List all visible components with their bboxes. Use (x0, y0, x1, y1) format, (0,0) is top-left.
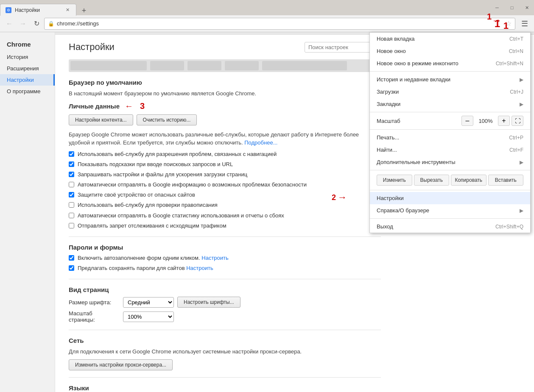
new-tab-button[interactable]: + (78, 6, 90, 15)
languages-section: Языки (69, 384, 381, 392)
divider-1 (69, 236, 381, 237)
menu-item-find[interactable]: Найти... Ctrl+F (370, 144, 530, 156)
content-settings-button[interactable]: Настройки контента... (69, 114, 133, 125)
personal-data-buttons: 4 ↗ Настройки контента... Очистить истор… (69, 114, 381, 125)
sidebar: Chrome История Расширения Настройки О пр… (0, 32, 55, 392)
edit-cut-button[interactable]: Вырезать (414, 175, 450, 186)
page-zoom-select[interactable]: 100% (123, 311, 174, 322)
settings-menu-item-wrapper: Настройки 2 → (370, 192, 530, 204)
chrome-menu-button[interactable]: ☰ (519, 18, 531, 30)
tab-bar: ⚙ Настройки ✕ + ─ □ ✕ (0, 0, 534, 15)
zoom-minus-button[interactable]: – (461, 116, 473, 126)
sidebar-item-history[interactable]: История (0, 51, 55, 63)
page-header: Настройки (69, 42, 381, 53)
checkbox-6[interactable] (69, 213, 74, 218)
edit-paste-button[interactable]: Вставить (488, 175, 524, 186)
personal-data-section: 3 Личные данные ← 3 4 ↗ (69, 101, 381, 230)
bookmark-star-icon[interactable]: ☆ (506, 19, 512, 28)
divider-4 (69, 377, 381, 378)
font-size-row: Размер шрифта: Средний Настроить шрифты.… (69, 297, 381, 308)
more-info-link[interactable]: Подробнее... (244, 139, 277, 146)
checkbox-3[interactable] (69, 182, 74, 187)
zoom-plus-button[interactable]: + (498, 116, 510, 126)
nav-bar: ← → ↻ 🔒 chrome://settings ☆ 1 → ☰ (0, 15, 534, 32)
menu-separator-3 (370, 129, 530, 130)
menu-item-exit[interactable]: Выход Ctrl+Shift+Q (370, 220, 530, 233)
edit-row: Изменить Вырезать Копировать Вставить (370, 172, 530, 188)
menu-item-print[interactable]: Печать... Ctrl+P (370, 131, 530, 144)
zoom-value: 100% (475, 118, 496, 124)
window-controls: ─ □ ✕ (490, 0, 534, 15)
divider-2 (69, 279, 381, 279)
chrome-dropdown-menu: Новая вкладка Ctrl+T Новое окно Ctrl+N Н… (369, 32, 531, 233)
divider-3 (69, 330, 381, 330)
network-section: Сеть Для подключения к сети Google Chrom… (69, 337, 381, 370)
menu-separator-6 (370, 218, 530, 219)
checkbox-1[interactable] (69, 161, 74, 167)
zoom-expand-button[interactable]: ⛶ (512, 116, 523, 126)
active-tab[interactable]: ⚙ Настройки ✕ (0, 4, 76, 16)
checkbox-row-6: Автоматически отправлять в Google статис… (69, 212, 381, 220)
personal-data-desc: Браузер Google Chrome может использовать… (69, 131, 381, 147)
menu-item-bookmarks[interactable]: Закладки ▶ (370, 98, 530, 110)
checkbox-5[interactable] (69, 202, 74, 208)
sidebar-item-extensions[interactable]: Расширения (0, 63, 55, 74)
passwords-configure-link[interactable]: Настроить (186, 265, 213, 271)
clear-history-button[interactable]: Очистить историю... (137, 114, 197, 125)
default-browser-section: Браузер по умолчанию В настоящий момент … (69, 79, 381, 98)
edit-copy-button[interactable]: Копировать (451, 175, 486, 186)
menu-item-settings[interactable]: Настройки (370, 192, 530, 204)
checkbox-row-3: Автоматически отправлять в Google информ… (69, 181, 381, 189)
save-passwords-checkbox[interactable] (69, 265, 74, 271)
autofill-checkbox[interactable] (69, 255, 74, 261)
font-size-label: Размер шрифта: (69, 299, 120, 306)
menu-item-new-window[interactable]: Новое окно Ctrl+N (370, 45, 530, 57)
autofill-configure-link[interactable]: Настроить (201, 255, 229, 261)
checkbox-7[interactable] (69, 223, 74, 228)
address-bar[interactable]: 🔒 chrome://settings ☆ (44, 18, 515, 30)
passwords-section: Пароли и формы Включить автозаполнение ф… (69, 244, 381, 272)
back-button[interactable]: ← (3, 18, 15, 30)
tab-title: Настройки (15, 7, 61, 13)
content-inner: Настройки Браузер по умолчанию В настоящ… (55, 35, 394, 392)
page-zoom-row: Масштаб страницы: 100% (69, 310, 381, 323)
minimize-button[interactable]: ─ (490, 3, 504, 13)
sidebar-item-about[interactable]: О программе (0, 86, 55, 97)
maximize-button[interactable]: □ (505, 3, 519, 13)
checkbox-row-0: Использовать веб-службу для разрешения п… (69, 150, 381, 158)
autofill-checkbox-row: Включить автозаполнение форм одним клико… (69, 254, 381, 262)
sidebar-item-settings[interactable]: Настройки (0, 74, 55, 86)
menu-item-new-tab[interactable]: Новая вкладка Ctrl+T (370, 33, 530, 45)
annotation-label-3-num: 3 (140, 101, 145, 111)
menu-separator-4 (370, 170, 530, 170)
annotation-1: 1 (487, 12, 492, 22)
checkbox-row-1: Показывать подсказки при вводе поисковых… (69, 161, 381, 168)
menu-item-downloads[interactable]: Загрузки Ctrl+J (370, 86, 530, 98)
menu-separator-2 (370, 112, 530, 112)
menu-item-history[interactable]: История и недавние вкладки ▶ (370, 73, 530, 86)
close-button[interactable]: ✕ (520, 3, 534, 13)
default-browser-title: Браузер по умолчанию (69, 79, 381, 86)
tab-close-button[interactable]: ✕ (64, 7, 71, 14)
font-settings-button[interactable]: Настроить шрифты... (177, 297, 240, 308)
forward-button[interactable]: → (17, 18, 29, 30)
personal-data-title: Личные данные (69, 103, 120, 110)
reload-button[interactable]: ↻ (31, 18, 42, 30)
checkbox-row-4: Защитите своё устройство от опасных сайт… (69, 191, 381, 199)
edit-change-button[interactable]: Изменить (377, 175, 412, 186)
font-size-select[interactable]: Средний (123, 297, 174, 308)
checkbox-0[interactable] (69, 151, 74, 157)
menu-item-tools[interactable]: Дополнительные инструменты ▶ (370, 156, 530, 168)
checkbox-2[interactable] (69, 172, 74, 177)
checkbox-4[interactable] (69, 192, 74, 197)
proxy-settings-button[interactable]: Изменить настройки прокси-сервера... (69, 359, 173, 370)
tab-favicon: ⚙ (6, 7, 11, 13)
appearance-title: Вид страниц (69, 286, 381, 293)
zoom-row: Масштаб – 100% + ⛶ (370, 114, 530, 128)
menu-item-incognito[interactable]: Новое окно в режиме инкогнито Ctrl+Shift… (370, 57, 530, 70)
address-input[interactable]: chrome://settings (57, 20, 503, 27)
passwords-title: Пароли и формы (69, 244, 381, 251)
menu-item-help[interactable]: Справка/О браузере ▶ (370, 204, 530, 217)
menu-separator-5 (370, 190, 530, 190)
network-text: Для подключения к сети Google Chrome исп… (69, 348, 381, 356)
